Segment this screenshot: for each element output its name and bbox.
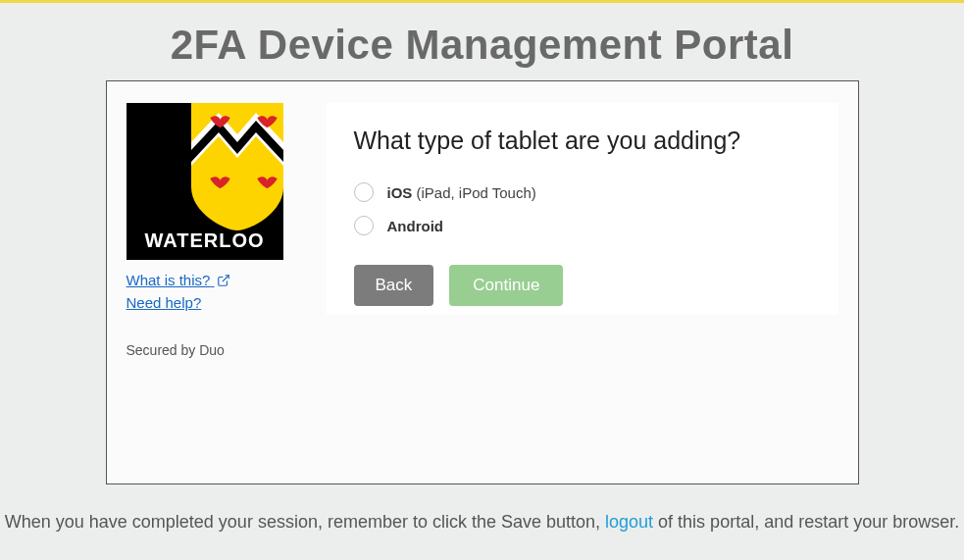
back-button[interactable]: Back <box>354 265 434 306</box>
radio-icon <box>354 182 374 202</box>
radio-icon <box>354 216 374 235</box>
button-row: Back Continue <box>354 265 811 306</box>
option-label: iOS (iPad, iPod Touch) <box>387 184 536 201</box>
main-panel: What type of tablet are you adding? iOS … <box>327 103 838 315</box>
accent-bar <box>0 0 964 3</box>
svg-line-0 <box>222 276 228 281</box>
logo: WATERLOO <box>127 103 283 260</box>
portal-frame: WATERLOO What is this? Need help? Secure… <box>106 80 859 484</box>
page-title: 2FA Device Management Portal <box>0 0 964 69</box>
footer-after: of this portal, and restart your browser… <box>653 512 959 532</box>
what-is-this-label: What is this? <box>127 272 211 288</box>
logo-text: WATERLOO <box>127 229 283 252</box>
sidebar: WATERLOO What is this? Need help? Secure… <box>127 103 283 462</box>
footer-message: When you have completed your session, re… <box>0 512 964 533</box>
secured-by-text: Secured by Duo <box>127 342 283 358</box>
what-is-this-link[interactable]: What is this? <box>127 272 283 288</box>
continue-button[interactable]: Continue <box>449 265 563 306</box>
logout-link[interactable]: logout <box>605 512 653 532</box>
need-help-link[interactable]: Need help? <box>127 294 283 311</box>
option-android[interactable]: Android <box>354 216 811 235</box>
option-ios[interactable]: iOS (iPad, iPod Touch) <box>354 182 811 202</box>
footer-before: When you have completed your session, re… <box>5 512 605 532</box>
option-label: Android <box>387 218 444 234</box>
external-link-icon <box>217 274 230 287</box>
question-heading: What type of tablet are you adding? <box>354 127 811 155</box>
shield-icon <box>191 103 283 230</box>
